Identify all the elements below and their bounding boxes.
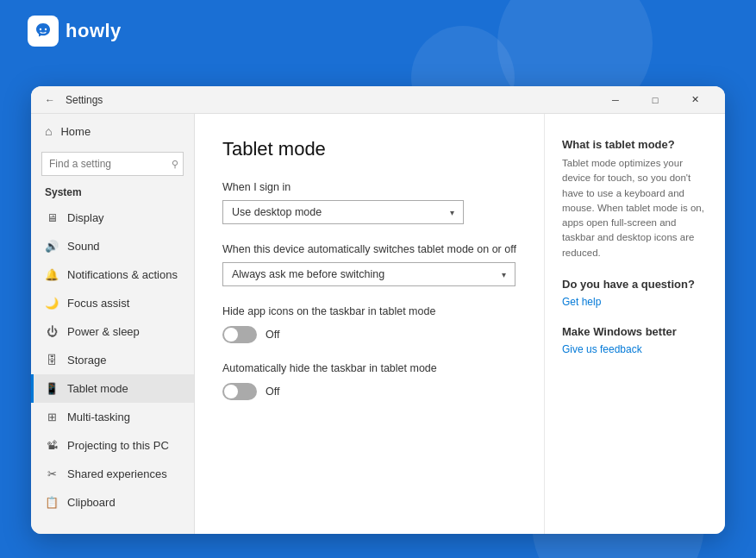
auto-hide-label: Automatically hide the taskbar in tablet… bbox=[222, 362, 516, 374]
sidebar-item-shared[interactable]: ✂ Shared experiences bbox=[31, 460, 194, 488]
sidebar-item-shared-label: Shared experiences bbox=[67, 467, 167, 480]
display-icon: 🖥 bbox=[45, 211, 59, 224]
sidebar-item-focus-assist[interactable]: 🌙 Focus assist bbox=[31, 289, 194, 317]
focus-icon: 🌙 bbox=[45, 297, 59, 310]
projecting-icon: 📽 bbox=[45, 439, 59, 452]
info-feedback: Make Windows better Give us feedback bbox=[562, 325, 708, 355]
info-what-is-title: What is tablet mode? bbox=[562, 138, 708, 151]
main-content: Tablet mode When I sign in Use desktop m… bbox=[195, 114, 544, 534]
sidebar-item-power[interactable]: ⏻ Power & sleep bbox=[31, 317, 194, 346]
clipboard-icon: 📋 bbox=[45, 496, 59, 509]
title-bar-title: Settings bbox=[66, 94, 103, 106]
svg-point-1 bbox=[45, 28, 47, 30]
notifications-icon: 🔔 bbox=[45, 268, 59, 281]
settings-window: ← Settings ─ □ ✕ ⌂ Home ⚲ System 🖥 Displ… bbox=[31, 86, 725, 534]
info-what-is: What is tablet mode? Tablet mode optimiz… bbox=[562, 138, 708, 260]
shared-icon: ✂ bbox=[45, 467, 59, 480]
sidebar: ⌂ Home ⚲ System 🖥 Display 🔊 Sound 🔔 Noti… bbox=[31, 114, 195, 534]
sidebar-section-system: System bbox=[31, 183, 194, 204]
hide-taskbar-toggle[interactable] bbox=[222, 326, 257, 343]
hide-taskbar-state: Off bbox=[266, 329, 279, 341]
home-icon: ⌂ bbox=[45, 124, 52, 138]
auto-hide-toggle-row: Off bbox=[222, 383, 516, 400]
sidebar-item-clipboard[interactable]: 📋 Clipboard bbox=[31, 488, 194, 517]
title-bar: ← Settings ─ □ ✕ bbox=[31, 86, 725, 114]
svg-point-0 bbox=[40, 28, 41, 30]
auto-switch-setting: When this device automatically switches … bbox=[222, 243, 516, 286]
sound-icon: 🔊 bbox=[45, 240, 59, 253]
sidebar-item-multitasking[interactable]: ⊞ Multi-tasking bbox=[31, 403, 194, 431]
sidebar-search[interactable]: ⚲ bbox=[41, 152, 184, 176]
sign-in-label: When I sign in bbox=[222, 181, 516, 193]
page-title: Tablet mode bbox=[222, 138, 516, 160]
sidebar-item-projecting-label: Projecting to this PC bbox=[67, 439, 169, 452]
sidebar-item-home[interactable]: ⌂ Home bbox=[31, 114, 194, 148]
auto-hide-toggle[interactable] bbox=[222, 383, 257, 400]
sidebar-home-label: Home bbox=[60, 125, 91, 138]
auto-switch-chevron: ▾ bbox=[502, 270, 506, 279]
sidebar-item-storage-label: Storage bbox=[67, 354, 107, 367]
sidebar-item-clipboard-label: Clipboard bbox=[67, 496, 116, 509]
tablet-icon: 📱 bbox=[45, 382, 59, 395]
power-icon: ⏻ bbox=[45, 325, 59, 338]
feedback-link[interactable]: Give us feedback bbox=[562, 343, 642, 355]
hide-taskbar-toggle-row: Off bbox=[222, 326, 516, 343]
title-bar-back-button[interactable]: ← bbox=[41, 91, 59, 109]
maximize-button[interactable]: □ bbox=[635, 86, 675, 114]
info-what-is-text: Tablet mode optimizes your device for to… bbox=[562, 156, 708, 260]
howly-logo bbox=[28, 16, 59, 47]
auto-switch-label: When this device automatically switches … bbox=[222, 243, 516, 255]
get-help-link[interactable]: Get help bbox=[562, 296, 601, 308]
sidebar-item-notifications-label: Notifications & actions bbox=[67, 268, 178, 281]
info-feedback-title: Make Windows better bbox=[562, 325, 708, 338]
info-question-title: Do you have a question? bbox=[562, 278, 708, 291]
sidebar-item-display[interactable]: 🖥 Display bbox=[31, 204, 194, 232]
close-button[interactable]: ✕ bbox=[675, 86, 715, 114]
sidebar-item-sound[interactable]: 🔊 Sound bbox=[31, 232, 194, 260]
sidebar-item-storage[interactable]: 🗄 Storage bbox=[31, 346, 194, 374]
hide-taskbar-label: Hide app icons on the taskbar in tablet … bbox=[222, 305, 516, 317]
sidebar-item-multitasking-label: Multi-tasking bbox=[67, 411, 130, 423]
sign-in-dropdown[interactable]: Use desktop mode ▾ bbox=[222, 200, 464, 224]
auto-hide-state: Off bbox=[266, 386, 279, 398]
sign-in-chevron: ▾ bbox=[450, 208, 454, 217]
info-question: Do you have a question? Get help bbox=[562, 278, 708, 308]
auto-switch-value: Always ask me before switching bbox=[232, 268, 384, 280]
storage-icon: 🗄 bbox=[45, 354, 59, 367]
auto-switch-dropdown[interactable]: Always ask me before switching ▾ bbox=[222, 262, 515, 286]
hide-taskbar-setting: Hide app icons on the taskbar in tablet … bbox=[222, 305, 516, 343]
auto-hide-taskbar-setting: Automatically hide the taskbar in tablet… bbox=[222, 362, 516, 400]
window-body: ⌂ Home ⚲ System 🖥 Display 🔊 Sound 🔔 Noti… bbox=[31, 114, 725, 534]
search-icon: ⚲ bbox=[172, 159, 178, 170]
multitasking-icon: ⊞ bbox=[45, 411, 59, 423]
sidebar-item-focus-label: Focus assist bbox=[67, 297, 129, 310]
howly-header: howly bbox=[28, 16, 122, 47]
info-panel: What is tablet mode? Tablet mode optimiz… bbox=[544, 114, 725, 534]
window-controls: ─ □ ✕ bbox=[596, 86, 715, 114]
sidebar-item-sound-label: Sound bbox=[67, 240, 100, 253]
sign-in-setting: When I sign in Use desktop mode ▾ bbox=[222, 181, 516, 224]
sidebar-item-projecting[interactable]: 📽 Projecting to this PC bbox=[31, 431, 194, 460]
sidebar-item-display-label: Display bbox=[67, 211, 104, 224]
sign-in-value: Use desktop mode bbox=[232, 206, 322, 218]
sidebar-item-power-label: Power & sleep bbox=[67, 325, 140, 338]
sidebar-item-tablet-label: Tablet mode bbox=[67, 382, 128, 395]
search-input[interactable] bbox=[41, 152, 184, 176]
minimize-button[interactable]: ─ bbox=[596, 86, 635, 114]
howly-brand-text: howly bbox=[66, 20, 122, 42]
sidebar-item-tablet-mode[interactable]: 📱 Tablet mode bbox=[31, 374, 194, 403]
sidebar-item-notifications[interactable]: 🔔 Notifications & actions bbox=[31, 260, 194, 289]
